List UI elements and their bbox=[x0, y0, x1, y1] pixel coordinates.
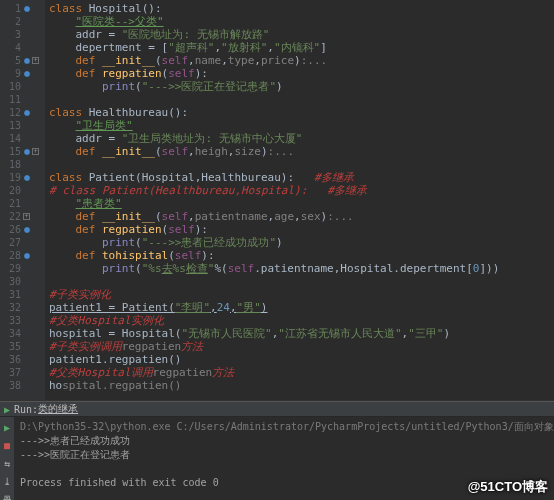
token-pun: ( bbox=[168, 249, 175, 262]
line-number: 29 bbox=[1, 262, 21, 275]
code-line[interactable]: addr = "卫生局类地址为: 无锡市中心大厦" bbox=[49, 132, 554, 145]
code-line[interactable]: def regpatien(self): bbox=[49, 67, 554, 80]
override-marker-icon[interactable] bbox=[23, 5, 31, 13]
toggle-soft-wrap-button[interactable]: ⇆ bbox=[0, 456, 14, 470]
override-marker-icon[interactable] bbox=[23, 70, 31, 78]
stop-button[interactable]: ■ bbox=[0, 438, 14, 452]
code-line[interactable]: def __init__(self,name,type,price):... bbox=[49, 54, 554, 67]
gutter-row: 11 bbox=[1, 93, 45, 106]
line-number: 34 bbox=[1, 327, 21, 340]
token-strU: "李明" bbox=[175, 301, 210, 314]
code-line[interactable]: # class Patient(Healthbureau,Hospital): … bbox=[49, 184, 554, 197]
code-line[interactable] bbox=[49, 275, 554, 288]
token-cmtR: 方法 bbox=[212, 366, 234, 379]
code-line[interactable]: def __init__(self,patientname,age,sex):.… bbox=[49, 210, 554, 223]
override-marker-icon[interactable] bbox=[23, 109, 31, 117]
token-kw: def bbox=[49, 210, 102, 223]
code-line[interactable]: def __init__(self,heigh,size):... bbox=[49, 145, 554, 158]
token-cls: Healthbureau bbox=[89, 106, 168, 119]
token-pun: ( bbox=[155, 145, 162, 158]
code-line[interactable]: patient1 = Patient("李明",24,"男") bbox=[49, 301, 554, 314]
code-line[interactable]: hospital = Hospital("无锡市人民医院","江苏省无锡市人民大… bbox=[49, 327, 554, 340]
token-op: = bbox=[148, 41, 161, 54]
code-line[interactable]: class Hospital(): bbox=[49, 2, 554, 15]
scroll-to-end-button[interactable]: ⤓ bbox=[0, 474, 14, 488]
token-self: self bbox=[162, 210, 189, 223]
code-line[interactable] bbox=[49, 158, 554, 171]
token-str: "三甲" bbox=[408, 327, 443, 340]
token-prm: name bbox=[195, 54, 222, 67]
run-panel-header[interactable]: ▶ Run: 类的继承 bbox=[0, 402, 554, 417]
code-area[interactable]: class Hospital(): "医院类-->父类" addr = "医院地… bbox=[45, 0, 554, 400]
line-number: 11 bbox=[1, 93, 21, 106]
fold-expand-icon[interactable]: + bbox=[32, 148, 39, 155]
code-line[interactable]: def regpatien(self): bbox=[49, 223, 554, 236]
rerun-button[interactable]: ▶ bbox=[0, 420, 14, 434]
code-line[interactable]: #子类实例调用regpatien方法 bbox=[49, 340, 554, 353]
console-output[interactable]: D:\Python35-32\python.exe C:/Users/Admin… bbox=[14, 417, 554, 500]
code-line[interactable]: print("--->>医院正在登记患者") bbox=[49, 80, 554, 93]
code-line[interactable]: class Patient(Hospital,Healthbureau): #多… bbox=[49, 171, 554, 184]
code-line[interactable]: #父类Hospital实例化 bbox=[49, 314, 554, 327]
token-op: = bbox=[109, 28, 122, 41]
line-number: 32 bbox=[1, 301, 21, 314]
override-marker-icon[interactable] bbox=[23, 148, 31, 156]
run-config-name[interactable]: 类的继承 bbox=[38, 402, 78, 416]
code-line[interactable]: hospital.regpatien() bbox=[49, 379, 554, 392]
token-ulA: patient1 = Patient( bbox=[49, 301, 175, 314]
override-marker-icon[interactable] bbox=[23, 174, 31, 182]
token-docU: "卫生局类" bbox=[76, 119, 133, 132]
fold-expand-icon[interactable]: + bbox=[32, 57, 39, 64]
code-line[interactable] bbox=[49, 93, 554, 106]
line-number: 30 bbox=[1, 275, 21, 288]
code-line[interactable]: addr = "医院地址为: 无锡市解放路" bbox=[49, 28, 554, 41]
token-str: "无锡市人民医院" bbox=[181, 327, 271, 340]
fold-expand-icon[interactable]: + bbox=[23, 213, 30, 220]
gutter-row: 28 bbox=[1, 249, 45, 262]
print-button[interactable]: 🖶 bbox=[0, 492, 14, 500]
console-line: --->>患者已经成功成功 bbox=[20, 434, 554, 448]
gutter-row: 14 bbox=[1, 132, 45, 145]
code-line[interactable]: "患者类" bbox=[49, 197, 554, 210]
token-cmtR: #父类Hospital调用 bbox=[49, 366, 153, 379]
run-tab-label: Run: bbox=[14, 404, 38, 415]
gutter-icons bbox=[21, 226, 45, 234]
line-number: 27 bbox=[1, 236, 21, 249]
line-number: 26 bbox=[1, 223, 21, 236]
gutter-row: 22+ bbox=[1, 210, 45, 223]
code-line[interactable]: #父类Hospital调用regpatien方法 bbox=[49, 366, 554, 379]
code-line[interactable]: "医院类-->父类" bbox=[49, 15, 554, 28]
token-pun: ] bbox=[320, 41, 327, 54]
code-line[interactable]: depertment = ["超声科","放射科","内镜科"] bbox=[49, 41, 554, 54]
gutter-row: 9 bbox=[1, 67, 45, 80]
token-self: self bbox=[162, 145, 189, 158]
line-number: 10 bbox=[1, 80, 21, 93]
override-marker-icon[interactable] bbox=[23, 252, 31, 260]
token-cls: Hospital bbox=[89, 2, 142, 15]
override-marker-icon[interactable] bbox=[23, 57, 31, 65]
token-str: "超声科" bbox=[168, 41, 214, 54]
line-number: 13 bbox=[1, 119, 21, 132]
token-str: "江苏省无锡市人民大道" bbox=[278, 327, 401, 340]
code-line[interactable]: print("%s去%s检查"%(self.patientname,Hospit… bbox=[49, 262, 554, 275]
code-line[interactable]: #子类实例化 bbox=[49, 288, 554, 301]
token-pun bbox=[49, 262, 102, 275]
code-line[interactable]: def tohispital(self): bbox=[49, 249, 554, 262]
gutter-icons bbox=[21, 70, 45, 78]
code-line[interactable]: patient1.regpatien() bbox=[49, 353, 554, 366]
override-marker-icon[interactable] bbox=[23, 226, 31, 234]
token-strU: 检查 bbox=[186, 262, 208, 275]
token-pun: ( bbox=[155, 54, 162, 67]
code-line[interactable]: class Healthbureau(): bbox=[49, 106, 554, 119]
token-pun: ho bbox=[49, 379, 62, 392]
gutter-row: 32 bbox=[1, 301, 45, 314]
code-line[interactable]: print("--->>患者已经成功成功") bbox=[49, 236, 554, 249]
token-pun: .patientname,Hospital.depertment[ bbox=[254, 262, 473, 275]
token-pun: (): bbox=[142, 2, 162, 15]
gutter-row: 33 bbox=[1, 314, 45, 327]
gutter-row: 37 bbox=[1, 366, 45, 379]
gutter-icons bbox=[21, 252, 45, 260]
token-docU: "患者类" bbox=[76, 197, 122, 210]
editor-pane[interactable]: 12345+9101112131415+1819202122+262728293… bbox=[0, 0, 554, 400]
code-line[interactable]: "卫生局类" bbox=[49, 119, 554, 132]
